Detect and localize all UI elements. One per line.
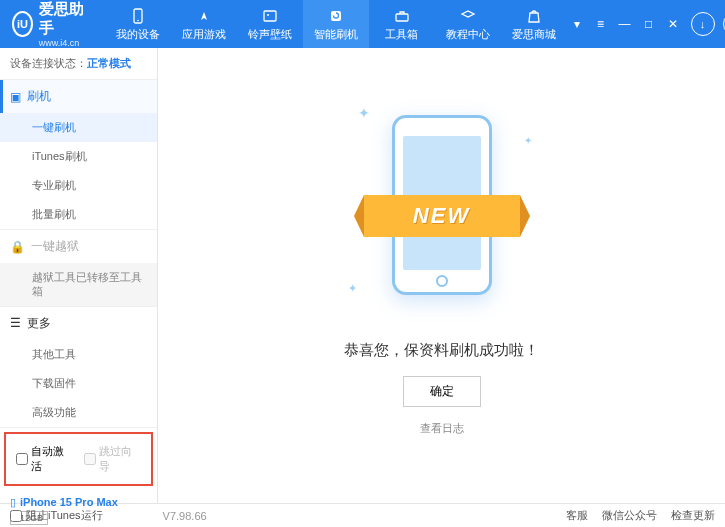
minimize-icon[interactable]: —	[615, 14, 635, 34]
close-icon[interactable]: ✕	[663, 14, 683, 34]
refresh-icon	[327, 7, 345, 25]
lock-icon: 🔒	[10, 240, 25, 254]
ok-button[interactable]: 确定	[403, 376, 481, 407]
options-highlighted: 自动激活 跳过向导	[4, 432, 153, 486]
sidebar-item-download-firmware[interactable]: 下载固件	[0, 369, 157, 398]
sidebar-item-other-tools[interactable]: 其他工具	[0, 340, 157, 369]
block-itunes-checkbox[interactable]: 阻止iTunes运行	[10, 508, 103, 523]
app-name: 爱思助手	[39, 0, 85, 38]
svg-point-1	[137, 19, 139, 21]
nav-label: 智能刷机	[314, 27, 358, 42]
maximize-icon[interactable]: □	[639, 14, 659, 34]
bag-icon	[525, 7, 543, 25]
new-banner: NEW	[364, 195, 520, 237]
logo-area: iU 爱思助手 www.i4.cn	[0, 0, 97, 48]
menu-icon[interactable]: ▾	[567, 14, 587, 34]
nav-label: 教程中心	[446, 27, 490, 42]
phone-icon	[129, 7, 147, 25]
svg-point-3	[267, 14, 269, 16]
settings-icon[interactable]: ≡	[591, 14, 611, 34]
flash-icon: ▣	[10, 90, 21, 104]
skip-guide-checkbox[interactable]: 跳过向导	[84, 444, 142, 474]
sidebar-flash-header[interactable]: ▣ 刷机	[0, 80, 157, 113]
nav-label: 应用游戏	[182, 27, 226, 42]
nav-label: 爱思商城	[512, 27, 556, 42]
footer-link-wechat[interactable]: 微信公众号	[602, 508, 657, 523]
svg-rect-5	[396, 14, 408, 21]
nav-toolbox[interactable]: 工具箱	[369, 0, 435, 48]
sidebar-jailbreak-header[interactable]: 🔒 一键越狱	[0, 230, 157, 263]
connection-status: 设备连接状态：正常模式	[0, 48, 157, 80]
logo-icon: iU	[12, 11, 33, 37]
sidebar-item-batch-flash[interactable]: 批量刷机	[0, 200, 157, 229]
nav-tutorials[interactable]: 教程中心	[435, 0, 501, 48]
nav-ringtones[interactable]: 铃声壁纸	[237, 0, 303, 48]
nav-label: 工具箱	[385, 27, 418, 42]
nav-apps[interactable]: 应用游戏	[171, 0, 237, 48]
view-log-link[interactable]: 查看日志	[420, 421, 464, 436]
sidebar-item-pro-flash[interactable]: 专业刷机	[0, 171, 157, 200]
rocket-icon	[195, 7, 213, 25]
status-value: 正常模式	[87, 57, 131, 69]
sidebar: 设备连接状态：正常模式 ▣ 刷机 一键刷机 iTunes刷机 专业刷机 批量刷机…	[0, 48, 158, 503]
nav-flash[interactable]: 智能刷机	[303, 0, 369, 48]
list-icon: ☰	[10, 316, 21, 330]
footer-link-update[interactable]: 检查更新	[671, 508, 715, 523]
download-button[interactable]: ↓	[691, 12, 715, 36]
sidebar-item-itunes-flash[interactable]: iTunes刷机	[0, 142, 157, 171]
footer-link-support[interactable]: 客服	[566, 508, 588, 523]
graduation-icon	[459, 7, 477, 25]
main-content: ✦ ✦ ✦ NEW 恭喜您，保资料刷机成功啦！ 确定 查看日志	[158, 48, 725, 503]
image-icon	[261, 7, 279, 25]
sidebar-more-header[interactable]: ☰ 更多	[0, 307, 157, 340]
success-illustration: ✦ ✦ ✦ NEW	[382, 115, 502, 315]
sidebar-item-advanced[interactable]: 高级功能	[0, 398, 157, 427]
sidebar-item-oneclick-flash[interactable]: 一键刷机	[0, 113, 157, 142]
app-header: iU 爱思助手 www.i4.cn 我的设备 应用游戏 铃声壁纸 智能刷机 工具…	[0, 0, 725, 48]
sidebar-jailbreak-note: 越狱工具已转移至工具箱	[0, 263, 157, 306]
nav-store[interactable]: 爱思商城	[501, 0, 567, 48]
nav-my-device[interactable]: 我的设备	[105, 0, 171, 48]
svg-rect-2	[264, 11, 276, 21]
phone-small-icon: ▯	[10, 496, 16, 509]
header-controls: ▾ ≡ — □ ✕ ↓	[567, 12, 725, 36]
nav-label: 铃声壁纸	[248, 27, 292, 42]
version-label: V7.98.66	[163, 510, 207, 522]
top-nav: 我的设备 应用游戏 铃声壁纸 智能刷机 工具箱 教程中心 爱思商城	[105, 0, 567, 48]
auto-activate-checkbox[interactable]: 自动激活	[16, 444, 74, 474]
app-url: www.i4.cn	[39, 38, 85, 48]
device-name: iPhone 15 Pro Max	[20, 496, 118, 508]
toolbox-icon	[393, 7, 411, 25]
success-message: 恭喜您，保资料刷机成功啦！	[344, 341, 539, 360]
nav-label: 我的设备	[116, 27, 160, 42]
